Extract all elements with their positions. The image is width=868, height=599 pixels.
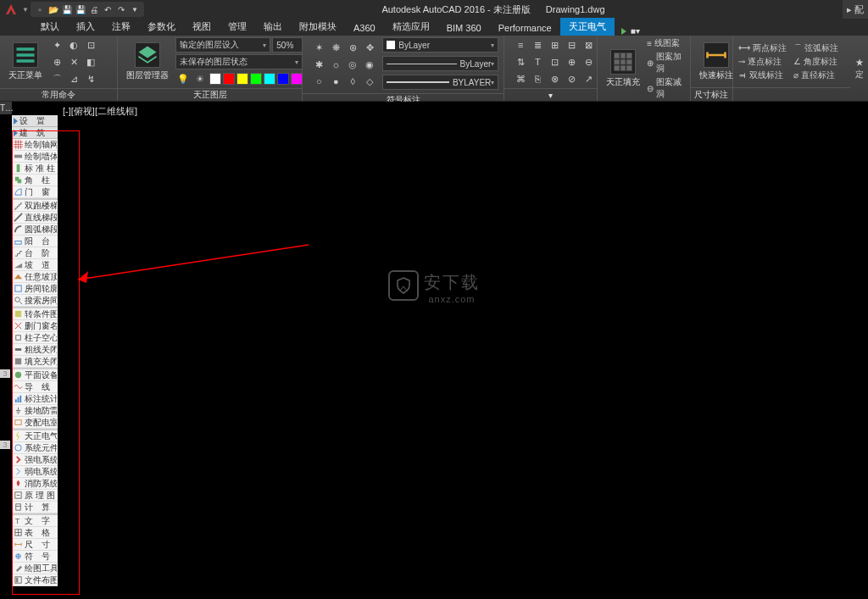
layer-manager-button[interactable]: 图层管理器 <box>123 41 172 83</box>
qat-saveas-icon[interactable]: 💾 <box>75 3 86 15</box>
palette-item[interactable]: 角 柱 <box>12 175 58 186</box>
ribbon-tab[interactable]: 参数化 <box>139 18 184 36</box>
tool-icon[interactable]: ◎ <box>345 57 360 72</box>
tool-icon[interactable]: ⊡ <box>547 54 562 69</box>
tool-icon[interactable]: ⊟ <box>564 37 579 53</box>
linetype-combo[interactable]: ByLayer▾ <box>382 56 498 71</box>
layer-lock-input[interactable]: 输定的图层设入▾ <box>175 37 270 53</box>
palette-item[interactable]: 粗线关闭 <box>12 344 58 356</box>
quick-dim-button[interactable]: 快速标注 <box>696 41 737 83</box>
tool-icon[interactable]: ✱ <box>311 57 326 72</box>
dim-opt[interactable]: ⌀直径标注 <box>793 69 842 81</box>
palette-item[interactable]: 原 理 图 <box>12 490 58 502</box>
color-combo[interactable]: ByLayer▾ <box>382 37 498 53</box>
tool-icon[interactable]: ○ <box>311 74 326 89</box>
tool-icon[interactable]: ● <box>328 74 343 89</box>
ribbon-tab[interactable]: 默认 <box>32 18 68 36</box>
palette-item[interactable]: 柱子空心 <box>12 332 58 344</box>
custom-button[interactable]: ★ 定 <box>855 57 864 80</box>
dim-opt[interactable]: ⫤双线标注 <box>738 69 787 81</box>
tool-icon[interactable]: ⊕ <box>49 54 64 69</box>
qat-redo-icon[interactable]: ↷ <box>115 3 127 15</box>
tool-icon[interactable]: ◧ <box>83 54 98 69</box>
tool-icon[interactable]: ⊡ <box>83 37 98 53</box>
qat-more-icon[interactable]: ▼ <box>129 3 141 15</box>
tool-icon[interactable]: ⊖ <box>581 54 596 69</box>
color-yellow[interactable] <box>236 73 248 85</box>
palette-item[interactable]: 系统元件 <box>12 442 58 454</box>
tool-icon[interactable]: ⌘ <box>513 71 528 86</box>
palette-item[interactable]: 强电系统 <box>12 454 58 466</box>
palette-item[interactable]: 标 准 柱 <box>12 163 58 175</box>
app-icon[interactable] <box>3 1 19 18</box>
palette-item[interactable]: 标注统计 <box>12 393 58 405</box>
palette-item[interactable]: 表 格 <box>12 527 58 539</box>
play-icon[interactable] <box>621 28 626 35</box>
tool-icon[interactable]: T <box>530 54 545 69</box>
lineweight-combo[interactable]: BYLAYER▾ <box>382 75 498 90</box>
dim-opt[interactable]: ∠角度标注 <box>793 56 842 68</box>
palette-item[interactable]: 阳 台 <box>12 236 58 247</box>
tool-icon[interactable]: ❋ <box>328 40 343 55</box>
palette-item[interactable]: 台 阶 <box>12 247 58 259</box>
palette-item[interactable]: 消防系统 <box>12 478 58 490</box>
palette-item[interactable]: 房间轮廓 <box>12 283 58 295</box>
qat-new-icon[interactable]: ▫ <box>34 3 46 15</box>
tool-icon[interactable]: ⌒ <box>49 71 64 86</box>
tool-icon[interactable]: ◊ <box>345 74 360 89</box>
tool-icon[interactable]: ◐ <box>66 37 81 53</box>
tool-icon[interactable]: ☼ <box>328 57 343 72</box>
palette-header[interactable]: 设 置 <box>12 115 58 127</box>
palette-item[interactable]: 圆弧梯段 <box>12 224 58 236</box>
ribbon-tab[interactable]: Performance <box>490 20 560 36</box>
tz-menu-button[interactable]: 天正菜单 <box>5 41 46 83</box>
palette-item[interactable]: 平面设备 <box>12 369 58 381</box>
palette-item[interactable]: 接地防雷 <box>12 405 58 417</box>
color-magenta[interactable] <box>291 73 303 85</box>
tool-icon[interactable]: ◉ <box>362 57 377 72</box>
palette-item[interactable]: 变配电室 <box>12 417 58 429</box>
tool-icon[interactable]: ✕ <box>66 54 81 69</box>
ribbon-tab[interactable]: 精选应用 <box>384 18 438 36</box>
palette-item[interactable]: 导 线 <box>12 381 58 393</box>
view-label[interactable]: [-][俯视][二维线框] <box>58 102 868 121</box>
palette-item[interactable]: 尺 寸 <box>12 539 58 551</box>
ribbon-tab[interactable]: 管理 <box>220 18 255 36</box>
color-cyan[interactable] <box>264 73 275 85</box>
palette-item[interactable]: 文件布图 <box>12 574 58 586</box>
qat-plot-icon[interactable]: 🖨 <box>88 3 100 15</box>
palette-item[interactable]: 计 算 <box>12 502 58 513</box>
fill-button[interactable]: 天正填充 <box>603 47 643 90</box>
tool-icon[interactable]: ⊠ <box>581 37 596 53</box>
ribbon-tab[interactable]: A360 <box>345 20 384 36</box>
app-dropdown-icon[interactable]: ▼ <box>22 6 29 14</box>
color-red[interactable] <box>223 73 235 85</box>
tool-icon[interactable]: ⊞ <box>547 37 562 53</box>
dim-opt[interactable]: ⟷两点标注 <box>738 42 787 54</box>
qat-save-icon[interactable]: 💾 <box>61 3 73 15</box>
title-right-button[interactable]: ▸ 配 <box>843 0 868 19</box>
ribbon-tab[interactable]: 注释 <box>103 18 139 36</box>
palette-item[interactable]: 门 窗 <box>12 186 58 198</box>
palette-item[interactable]: 绘制轴网 <box>12 139 58 151</box>
tool-icon[interactable]: ↯ <box>83 71 98 86</box>
dim-opt[interactable]: ⊸逐点标注 <box>738 56 787 68</box>
palette-item[interactable]: 绘制墙体 <box>12 151 58 163</box>
dim-opt[interactable]: ⌒弦弧标注 <box>793 42 842 54</box>
color-blue[interactable] <box>277 73 289 85</box>
drawing-area[interactable]: [-][俯视][二维线框] <box>58 102 868 599</box>
tool-icon[interactable]: ✶ <box>311 40 326 55</box>
palette-header[interactable]: 建 筑 <box>12 127 58 139</box>
layer-state-combo[interactable]: 未保存的图层状态▾ <box>175 54 303 69</box>
palette-item[interactable]: 天正电气 <box>12 430 58 442</box>
palette-item[interactable]: 绘图工具 <box>12 563 58 574</box>
qat-undo-icon[interactable]: ↶ <box>102 3 114 15</box>
palette-item[interactable]: 直线梯段 <box>12 212 58 224</box>
fill-opt[interactable]: ⊖图案减洞 <box>647 76 684 100</box>
ribbon-tab[interactable]: BIM 360 <box>438 20 490 36</box>
palette-item[interactable]: 填充关闭 <box>12 356 58 368</box>
tool-icon[interactable]: ⊗ <box>547 71 562 86</box>
color-green[interactable] <box>250 73 262 85</box>
bulb-icon[interactable]: 💡 <box>175 71 191 86</box>
tool-icon[interactable]: ◇ <box>362 74 377 89</box>
